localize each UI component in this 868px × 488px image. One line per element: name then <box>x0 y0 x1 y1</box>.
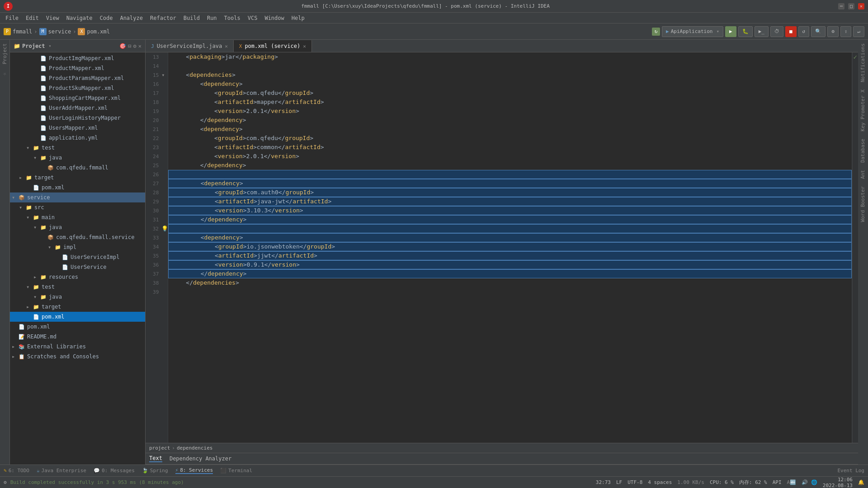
menu-build[interactable]: Build <box>180 13 203 23</box>
minimize-button[interactable]: ─ <box>838 3 844 9</box>
tree-item-25[interactable]: ▸📁target <box>10 302 145 312</box>
spring-tool[interactable]: 🍃 Spring <box>142 468 168 474</box>
tree-item-16[interactable]: ▾📁main <box>10 212 145 222</box>
right-scrollbar[interactable]: ✓ <box>853 52 858 443</box>
search-everywhere-button[interactable]: 🔍 <box>811 26 826 37</box>
tree-item-24[interactable]: ▾📁java <box>10 292 145 302</box>
tree-item-21[interactable]: 📄UserService <box>10 262 145 272</box>
java-enterprise-tool[interactable]: ☕ Java Enterprise <box>37 468 86 474</box>
menu-navigate[interactable]: Navigate <box>63 13 96 23</box>
sync-icon[interactable]: ↻ <box>652 28 660 36</box>
tab-pomxml-close[interactable]: ✕ <box>303 43 306 49</box>
tree-item-5[interactable]: 📄UserAddrMapper.xml <box>10 103 145 113</box>
menu-help[interactable]: Help <box>288 13 308 23</box>
profile-button[interactable]: ⏱ <box>770 26 783 37</box>
code-line-16[interactable]: <dependency> <box>168 80 852 89</box>
project-tool-window[interactable]: Project <box>1 40 9 68</box>
code-line-28[interactable]: <groupId>com.auth0</groupId> <box>168 188 852 197</box>
code-line-20[interactable]: </dependency> <box>168 116 852 125</box>
messages-tool[interactable]: 💬 0: Messages <box>94 468 135 474</box>
tab-userserviceimpl-close[interactable]: ✕ <box>225 43 228 49</box>
ant-panel[interactable]: Ant <box>859 166 868 183</box>
code-line-35[interactable]: <artifactId>jjwt</artifactId> <box>168 251 852 260</box>
notifications-panel[interactable]: Notifications <box>859 40 868 86</box>
tab-dependency-analyzer[interactable]: Dependency Analyzer <box>170 455 231 462</box>
locate-file-btn[interactable]: 🎯 <box>119 43 126 49</box>
code-line-37[interactable]: </dependency> <box>168 269 852 278</box>
menu-tools[interactable]: Tools <box>221 13 244 23</box>
menu-code[interactable]: Code <box>96 13 117 23</box>
tab-userserviceimpl[interactable]: J UserServiceImpl.java ✕ <box>146 40 234 52</box>
breadcrumb-dependencies[interactable]: dependencies <box>177 445 212 451</box>
menu-view[interactable]: View <box>42 13 63 23</box>
menu-vcs[interactable]: VCS <box>244 13 261 23</box>
tree-item-26[interactable]: 📄pom.xml <box>10 312 145 322</box>
tree-item-14[interactable]: ▾📦service <box>10 192 145 202</box>
event-log-tool[interactable]: Event Log <box>837 468 864 474</box>
tree-item-28[interactable]: 📝README.md <box>10 332 145 342</box>
mem-status[interactable]: 内存: 62 % <box>739 479 767 486</box>
menu-window[interactable]: Window <box>261 13 288 23</box>
code-line-13[interactable]: <packaging>jar</packaging> <box>168 52 852 61</box>
menu-file[interactable]: File <box>2 13 22 23</box>
tree-item-30[interactable]: ▸📋Scratches and Consoles <box>10 352 145 361</box>
run-button[interactable]: ▶ <box>725 26 736 37</box>
menu-analyze[interactable]: Analyze <box>116 13 146 23</box>
tree-item-2[interactable]: 📄ProductParamsMapper.xml <box>10 73 145 83</box>
code-line-34[interactable]: <groupId>io.jsonwebtoken</groupId> <box>168 242 852 251</box>
code-line-26[interactable] <box>168 170 852 179</box>
close-button[interactable]: ✕ <box>858 3 864 9</box>
code-line-17[interactable]: <groupId>com.qfedu</groupId> <box>168 89 852 98</box>
code-line-14[interactable] <box>168 61 852 70</box>
tree-item-29[interactable]: ▸📚External Libraries <box>10 342 145 352</box>
tree-item-10[interactable]: ▾📁java <box>10 153 145 163</box>
tree-item-20[interactable]: 📄UserServiceImpl <box>10 252 145 262</box>
cpu-status[interactable]: CPU: 6 % <box>710 479 734 485</box>
debug-button[interactable]: 🐛 <box>738 26 753 37</box>
code-line-25[interactable]: </dependency> <box>168 161 852 170</box>
fold-icon[interactable]: ▾ <box>161 72 168 78</box>
tree-item-3[interactable]: 📄ProductSkuMapper.xml <box>10 83 145 93</box>
share-button[interactable]: ⇧ <box>840 26 852 37</box>
tree-item-12[interactable]: ▸📁target <box>10 173 145 183</box>
code-line-36[interactable]: <version>0.9.1</version> <box>168 260 852 269</box>
tree-item-19[interactable]: ▾📁impl <box>10 242 145 252</box>
maven-sync-button[interactable]: ↺ <box>798 26 810 37</box>
code-line-32[interactable] <box>168 224 852 233</box>
settings-button[interactable]: ⚙ <box>827 26 839 37</box>
code-line-22[interactable]: <groupId>com.qfedu</groupId> <box>168 134 852 143</box>
todo-tool[interactable]: ✎ 6: TODO <box>4 468 29 474</box>
tree-item-7[interactable]: 📄UsersMapper.xml <box>10 123 145 133</box>
tab-text[interactable]: Text <box>149 455 162 462</box>
indent-size[interactable]: 4 spaces <box>648 479 672 485</box>
tree-item-18[interactable]: 📦com.qfedu.fmmall.service <box>10 232 145 242</box>
code-line-31[interactable]: </dependency> <box>168 215 852 224</box>
coverage-button[interactable]: ▶̲ <box>755 26 769 37</box>
menu-edit[interactable]: Edit <box>22 13 42 23</box>
tree-item-22[interactable]: ▸📁resources <box>10 272 145 282</box>
terminal-tool[interactable]: ⬛ Terminal <box>220 468 252 474</box>
tree-item-17[interactable]: ▾📁java <box>10 222 145 232</box>
tree-item-11[interactable]: 📦com.qfedu.fmmall <box>10 163 145 173</box>
maximize-button[interactable]: □ <box>848 3 854 9</box>
code-line-38[interactable]: </dependencies> <box>168 278 852 287</box>
menu-run[interactable]: Run <box>203 13 221 23</box>
menu-refactor[interactable]: Refactor <box>146 13 180 23</box>
code-line-23[interactable]: <artifactId>common</artifactId> <box>168 143 852 152</box>
code-line-30[interactable]: <version>3.10.3</version> <box>168 206 852 215</box>
services-tool[interactable]: ⚡ 8: Services <box>175 467 213 474</box>
code-line-19[interactable]: <version>2.0.1</version> <box>168 107 852 116</box>
api-label[interactable]: API <box>773 479 782 485</box>
tree-item-27[interactable]: 📄pom.xml <box>10 322 145 332</box>
database-panel[interactable]: Database <box>859 135 868 166</box>
hide-panel-btn[interactable]: ✕ <box>138 43 142 49</box>
key-promoter-panel[interactable]: Key Promoter X <box>859 86 868 135</box>
line-separator[interactable]: LF <box>616 479 622 485</box>
lightbulb-icon[interactable]: 💡 <box>161 225 168 232</box>
breadcrumb-project[interactable]: project <box>149 445 170 451</box>
code-line-24[interactable]: <version>2.0.1</version> <box>168 152 852 161</box>
favorites-tool[interactable]: ☆ <box>1 68 9 81</box>
notification-icon[interactable]: 🔔 <box>858 479 864 485</box>
code-line-21[interactable]: <dependency> <box>168 125 852 134</box>
code-line-15[interactable]: <dependencies> <box>168 70 852 80</box>
